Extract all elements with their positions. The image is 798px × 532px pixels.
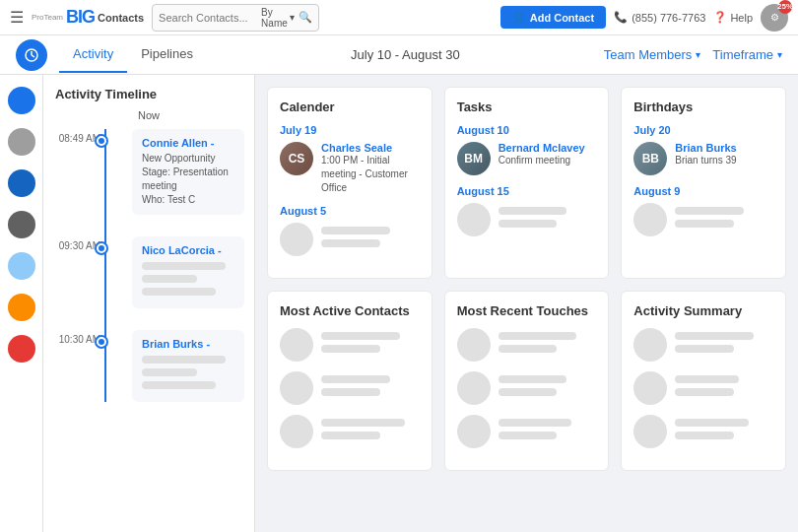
birthdays-date2: August 9: [633, 185, 773, 197]
activity-nav-icon[interactable]: [16, 39, 47, 71]
tasks-placeholder-row: [457, 203, 597, 236]
timeline-now: Now: [43, 109, 254, 121]
tasks-item-1-info: Bernard Mclavey Confirm meeting: [499, 142, 597, 167]
most-recent-row2: [457, 371, 597, 405]
timeline-card-3[interactable]: Brian Burks -: [132, 330, 244, 402]
activity-summary-row3: [633, 415, 773, 448]
bernard-avatar: BM: [457, 142, 491, 175]
subnav-right-controls: Team Members ▾ Timeframe ▾: [604, 47, 782, 62]
tasks-contact1-name: Bernard Mclavey: [499, 142, 597, 154]
card-name-3: Brian Burks -: [142, 338, 234, 350]
search-input[interactable]: [159, 12, 257, 24]
most-active-row3: [280, 415, 420, 448]
time-3: 10:30 AM: [53, 334, 100, 345]
card-name-1: Connie Allen -: [142, 137, 234, 149]
svg-line-2: [32, 55, 34, 57]
help-button[interactable]: ❓ Help: [713, 11, 753, 24]
calendar-date1: July 19: [280, 124, 420, 136]
phone-area: 📞 (855) 776-7763: [614, 11, 705, 24]
birthdays-placeholder-row: [633, 203, 773, 236]
user-avatar[interactable]: ⚙ 25%: [761, 4, 788, 32]
sidebar-icon-7[interactable]: [8, 335, 35, 363]
sub-navigation: Activity Pipelines July 10 - August 30 T…: [0, 35, 798, 75]
add-contact-button[interactable]: 👤 Add Contact: [500, 6, 606, 29]
sidebar-icon-2[interactable]: [8, 128, 35, 156]
most-recent-row3: [457, 415, 597, 448]
calendar-item-1-info: Charles Seale 1:00 PM - Initial meeting …: [321, 142, 420, 195]
most-recent-panel: Most Recent Touches: [444, 291, 610, 471]
most-recent-title: Most Recent Touches: [457, 303, 597, 318]
activity-summary-row1: [633, 328, 773, 362]
most-active-row2: [280, 371, 420, 405]
activity-summary-title: Activity Summary: [633, 303, 773, 318]
tab-pipelines[interactable]: Pipelines: [127, 36, 207, 73]
time-1: 08:49 AM: [53, 133, 100, 144]
timeframe-button[interactable]: Timeframe ▾: [712, 47, 782, 62]
top-navigation: ☰ ProTeam BIG Contacts By Name ▾ 🔍 👤 Add…: [0, 0, 798, 35]
sidebar-icon-1[interactable]: [8, 87, 35, 114]
by-name-dropdown[interactable]: By Name ▾: [261, 7, 295, 29]
content-area: Activity Timeline Now 08:49 AM Connie Al…: [43, 75, 798, 532]
sidebar-icon-5[interactable]: [8, 252, 35, 280]
charles-avatar: CS: [280, 142, 313, 175]
birthdays-contact1-name: Brian Burks: [675, 142, 773, 154]
timeline-event-3: 10:30 AM Brian Burks -: [104, 330, 244, 402]
phone-number: (855) 776-7763: [632, 12, 705, 24]
birthdays-contact1-desc: Brian turns 39: [675, 154, 773, 167]
timeline-card-2[interactable]: Nico LaCorcia -: [132, 236, 244, 308]
logo: ProTeam BIG Contacts: [32, 7, 144, 28]
tabs: Activity Pipelines: [59, 36, 207, 73]
tasks-item-1[interactable]: BM Bernard Mclavey Confirm meeting: [457, 142, 597, 175]
dot-3: [97, 337, 106, 347]
search-bar[interactable]: By Name ▾ 🔍: [152, 4, 319, 32]
logo-prefix: ProTeam: [32, 13, 63, 22]
phone-icon: 📞: [614, 11, 628, 24]
birthdays-panel: Birthdays July 20 BB Brian Burks Brian t…: [621, 87, 786, 279]
brian-avatar: BB: [633, 142, 667, 175]
sidebar-icon-3[interactable]: [8, 169, 35, 197]
dot-2: [97, 243, 106, 253]
team-members-button[interactable]: Team Members ▾: [604, 47, 701, 62]
tasks-date2: August 15: [457, 185, 597, 197]
calendar-placeholder-row: [280, 223, 420, 256]
date-range: July 10 - August 30: [207, 47, 604, 62]
logo-contacts: Contacts: [98, 12, 144, 24]
badge-percent: 25%: [778, 0, 792, 14]
calendar-title: Calender: [280, 100, 420, 114]
time-2: 09:30 AM: [53, 240, 100, 251]
sidebar-icon-6[interactable]: [8, 294, 35, 321]
help-icon: ❓: [713, 11, 727, 24]
main-layout: Activity Timeline Now 08:49 AM Connie Al…: [0, 75, 798, 532]
activity-summary-row2: [633, 371, 773, 405]
most-recent-row1: [457, 328, 597, 362]
logo-big: BIG: [66, 7, 95, 28]
team-members-chevron: ▾: [696, 49, 700, 60]
add-icon: 👤: [512, 11, 526, 24]
search-icon[interactable]: 🔍: [299, 11, 312, 24]
sidebar-icon-4[interactable]: [8, 211, 35, 238]
tasks-panel: Tasks August 10 BM Bernard Mclavey Confi…: [444, 87, 610, 279]
birthdays-date1: July 20: [633, 124, 773, 136]
timeframe-chevron: ▾: [777, 49, 782, 60]
card-name-2: Nico LaCorcia -: [142, 244, 234, 256]
tasks-title: Tasks: [457, 100, 597, 114]
card-text-1: New OpportunityStage: Presentation meeti…: [142, 152, 234, 207]
tasks-date1: August 10: [457, 124, 597, 136]
tab-activity[interactable]: Activity: [59, 36, 127, 73]
most-active-title: Most Active Contacts: [280, 303, 420, 318]
timeline-title: Activity Timeline: [43, 87, 254, 109]
most-active-panel: Most Active Contacts: [267, 291, 432, 471]
most-active-row1: [280, 328, 420, 362]
calendar-contact1-desc: 1:00 PM - Initial meeting - Customer Off…: [321, 154, 420, 195]
hamburger-icon[interactable]: ☰: [10, 8, 24, 27]
help-label: Help: [730, 12, 753, 24]
calendar-contact1-name: Charles Seale: [321, 142, 420, 154]
calendar-item-1[interactable]: CS Charles Seale 1:00 PM - Initial meeti…: [280, 142, 420, 195]
birthdays-item-1-info: Brian Burks Brian turns 39: [675, 142, 773, 167]
birthdays-item-1[interactable]: BB Brian Burks Brian turns 39: [633, 142, 773, 175]
sidebar-icons: [0, 75, 43, 532]
activity-timeline: Activity Timeline Now 08:49 AM Connie Al…: [43, 75, 255, 532]
timeline-card-1[interactable]: Connie Allen - New OpportunityStage: Pre…: [132, 129, 244, 215]
birthdays-title: Birthdays: [633, 100, 773, 114]
activity-summary-panel: Activity Summary: [621, 291, 786, 471]
